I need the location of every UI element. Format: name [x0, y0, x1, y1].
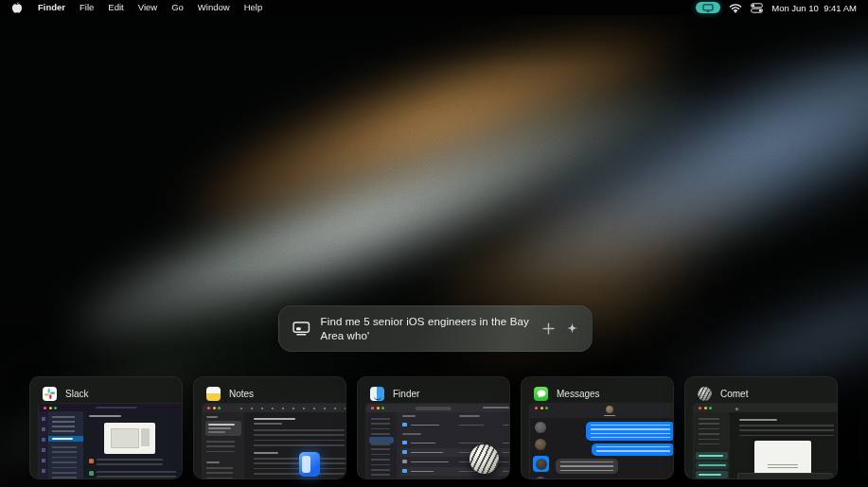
wifi-icon[interactable] [729, 3, 742, 13]
status-area: Mon Jun 10 9:41 AM [696, 2, 857, 13]
prompt-input[interactable]: Find me 5 senior iOS engineers in the Ba… [321, 315, 532, 342]
menu-window[interactable]: Window [198, 0, 230, 15]
finder-window-title [416, 407, 452, 410]
notes-selected-note [205, 421, 241, 436]
comet-sphere-icon[interactable] [469, 444, 499, 474]
display-icon [702, 4, 714, 12]
slack-searchbar [96, 407, 137, 409]
notes-list-item-2 [206, 467, 233, 478]
slack-logo-glyph [44, 388, 56, 400]
notes-toolbar [203, 404, 346, 412]
notes-window-preview [203, 404, 346, 479]
slack-avatar [89, 459, 94, 463]
finder-sidebar [366, 412, 397, 479]
notes-label: Notes [229, 389, 254, 399]
slack-channel-title [89, 415, 121, 417]
finder-group-label [402, 433, 421, 435]
comet-highlight-text-2 [699, 464, 726, 466]
comet-icon [698, 387, 712, 401]
messages-conversation-list [530, 418, 552, 479]
finder-label: Finder [393, 389, 419, 399]
notes-list-item [206, 441, 235, 454]
comet-page-heading [739, 419, 777, 421]
notes-sidebar [203, 412, 244, 479]
messages-blue-bubble-3 [599, 478, 674, 479]
comet-embedded-image [754, 441, 811, 477]
slack-message-pane [83, 411, 183, 479]
menu-help[interactable]: Help [244, 0, 263, 15]
blue-app-icon[interactable] [299, 452, 320, 477]
plus-icon[interactable] [542, 322, 555, 335]
slack-channel-list [52, 416, 75, 433]
comet-paragraph [739, 425, 834, 436]
notes-editor [244, 412, 346, 479]
notes-section-label-2 [206, 461, 220, 463]
messages-avatar-2 [535, 439, 546, 450]
sparkle-icon[interactable] [566, 322, 578, 335]
comet-highlight-row [696, 452, 728, 460]
comet-sidebar [694, 412, 730, 479]
menu-edit[interactable]: Edit [108, 0, 123, 15]
comet-tab-icon [735, 408, 738, 410]
comet-content-pane [730, 412, 838, 479]
finder-titlebar [366, 404, 510, 412]
menu-file[interactable]: File [80, 0, 94, 15]
comet-highlight-text-3 [699, 474, 721, 476]
app-preview-comet[interactable]: Comet [684, 376, 838, 479]
slack-titlebar [39, 404, 183, 411]
slack-rail [39, 411, 48, 479]
finder-row [400, 421, 510, 429]
comet-highlight-row-3 [696, 471, 728, 478]
slack-card-header: Slack [30, 377, 182, 404]
prompt-bar[interactable]: Find me 5 senior iOS engineers in the Ba… [278, 305, 593, 352]
slack-image-attachment [104, 423, 155, 454]
finder-row [400, 439, 510, 447]
notes-selected-snippet [208, 427, 231, 429]
slack-selected-channel-label [52, 438, 73, 440]
messages-blue-bubble-2 [592, 444, 674, 456]
comet-label: Comet [720, 389, 748, 399]
slack-icon [43, 387, 57, 401]
app-preview-notes[interactable]: Notes [193, 376, 346, 479]
finder-sidebar-items [371, 418, 390, 479]
slack-dm-list [52, 446, 77, 479]
notes-icon [206, 387, 221, 401]
screen-icon [292, 321, 310, 337]
messages-chat-pane [552, 418, 674, 479]
messages-titlebar [530, 404, 674, 418]
comet-highlight-row-2 [696, 461, 728, 469]
comet-window-preview [694, 404, 838, 479]
slack-sidebar [48, 411, 83, 479]
menu-go[interactable]: Go [171, 0, 184, 15]
notes-section-label [206, 416, 218, 418]
slack-avatar-2 [89, 471, 94, 476]
messages-label: Messages [557, 389, 600, 399]
apple-menu[interactable] [11, 1, 23, 14]
app-preview-messages[interactable]: Messages [521, 376, 674, 479]
notes-card-header: Notes [194, 377, 345, 404]
finder-sidebar-selected [369, 437, 394, 444]
comet-sidebar-items [699, 418, 719, 444]
menu-view[interactable]: View [138, 0, 157, 15]
comet-input-bar [737, 473, 833, 479]
comet-highlight-text [699, 455, 723, 457]
app-preview-slack[interactable]: Slack [29, 376, 183, 479]
menu-finder[interactable]: Finder [38, 0, 65, 15]
messages-contact-avatar [606, 406, 613, 413]
screen-sharing-indicator[interactable] [696, 2, 720, 13]
slack-selected-channel [48, 436, 83, 442]
control-center-icon[interactable] [751, 3, 763, 13]
traffic-lights [371, 407, 384, 409]
messages-contact-name [604, 415, 615, 416]
menu-bar-clock[interactable]: Mon Jun 10 9:41 AM [771, 3, 857, 13]
messages-selected-conversation [533, 456, 549, 472]
comet-card-header: Comet [685, 377, 837, 404]
messages-avatar [535, 422, 546, 433]
notes-note-date [254, 423, 282, 425]
messages-window-preview [530, 404, 674, 479]
messages-card-header: Messages [522, 377, 673, 404]
messages-blue-bubble [586, 422, 674, 441]
traffic-lights [699, 407, 712, 409]
notes-paragraph [254, 429, 345, 448]
notes-selected-date [208, 431, 225, 433]
